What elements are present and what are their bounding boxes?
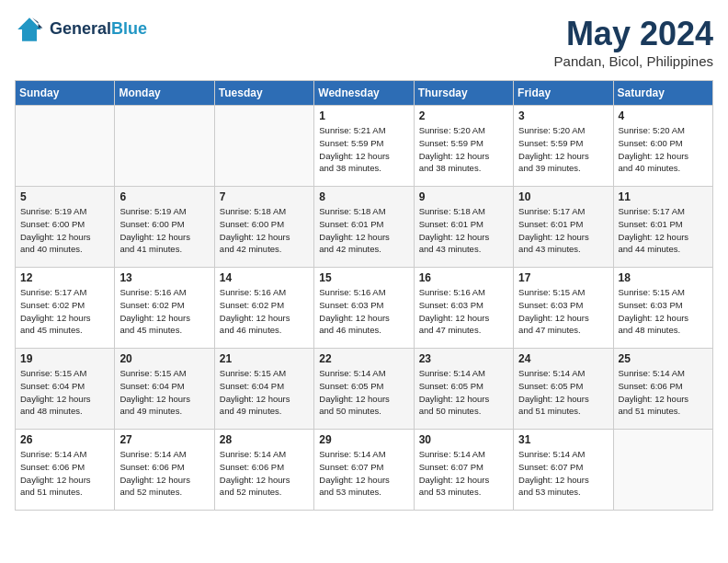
day-info: Sunrise: 5:19 AM Sunset: 6:00 PM Dayligh… (20, 205, 109, 256)
day-info: Sunrise: 5:19 AM Sunset: 6:00 PM Dayligh… (119, 205, 209, 256)
day-info: Sunrise: 5:18 AM Sunset: 6:01 PM Dayligh… (419, 205, 508, 256)
calendar-cell: 14Sunrise: 5:16 AM Sunset: 6:02 PM Dayli… (214, 268, 313, 349)
calendar-cell: 2Sunrise: 5:20 AM Sunset: 5:59 PM Daylig… (414, 106, 513, 187)
day-number: 23 (419, 352, 508, 365)
day-info: Sunrise: 5:14 AM Sunset: 6:05 PM Dayligh… (518, 367, 608, 418)
calendar-cell: 4Sunrise: 5:20 AM Sunset: 6:00 PM Daylig… (613, 106, 712, 187)
day-number: 31 (518, 433, 608, 446)
day-info: Sunrise: 5:14 AM Sunset: 6:07 PM Dayligh… (319, 448, 408, 499)
weekday-header-wednesday: Wednesday (314, 81, 414, 106)
day-number: 25 (619, 352, 708, 365)
weekday-header-friday: Friday (514, 81, 613, 106)
calendar-cell: 26Sunrise: 5:14 AM Sunset: 6:06 PM Dayli… (16, 430, 115, 511)
calendar-cell: 18Sunrise: 5:15 AM Sunset: 6:03 PM Dayli… (613, 268, 712, 349)
day-number: 1 (319, 109, 408, 122)
calendar-cell: 7Sunrise: 5:18 AM Sunset: 6:00 PM Daylig… (214, 187, 313, 268)
week-row-1: 1Sunrise: 5:21 AM Sunset: 5:59 PM Daylig… (16, 106, 713, 187)
day-info: Sunrise: 5:14 AM Sunset: 6:06 PM Dayligh… (119, 448, 209, 499)
day-info: Sunrise: 5:14 AM Sunset: 6:06 PM Dayligh… (220, 448, 309, 499)
calendar-cell: 17Sunrise: 5:15 AM Sunset: 6:03 PM Dayli… (514, 268, 613, 349)
day-info: Sunrise: 5:20 AM Sunset: 6:00 PM Dayligh… (619, 124, 708, 175)
day-number: 8 (319, 190, 408, 203)
calendar-cell: 5Sunrise: 5:19 AM Sunset: 6:00 PM Daylig… (16, 187, 115, 268)
weekday-header-row: SundayMondayTuesdayWednesdayThursdayFrid… (16, 81, 713, 106)
calendar-cell: 13Sunrise: 5:16 AM Sunset: 6:02 PM Dayli… (115, 268, 214, 349)
calendar-cell (16, 106, 115, 187)
day-number: 15 (319, 271, 408, 284)
page-header: GeneralBlue May 2024 Pandan, Bicol, Phil… (15, 15, 713, 69)
week-row-2: 5Sunrise: 5:19 AM Sunset: 6:00 PM Daylig… (16, 187, 713, 268)
day-info: Sunrise: 5:16 AM Sunset: 6:02 PM Dayligh… (119, 286, 209, 337)
calendar-cell: 12Sunrise: 5:17 AM Sunset: 6:02 PM Dayli… (16, 268, 115, 349)
day-info: Sunrise: 5:21 AM Sunset: 5:59 PM Dayligh… (319, 124, 408, 175)
day-number: 30 (419, 433, 508, 446)
calendar-cell: 20Sunrise: 5:15 AM Sunset: 6:04 PM Dayli… (115, 349, 214, 430)
day-info: Sunrise: 5:15 AM Sunset: 6:04 PM Dayligh… (20, 367, 109, 418)
day-number: 6 (119, 190, 209, 203)
weekday-header-thursday: Thursday (414, 81, 513, 106)
calendar-cell: 28Sunrise: 5:14 AM Sunset: 6:06 PM Dayli… (214, 430, 313, 511)
day-info: Sunrise: 5:14 AM Sunset: 6:07 PM Dayligh… (518, 448, 608, 499)
day-number: 9 (419, 190, 508, 203)
logo-icon (15, 15, 44, 44)
calendar-table: SundayMondayTuesdayWednesdayThursdayFrid… (15, 80, 713, 511)
day-info: Sunrise: 5:17 AM Sunset: 6:02 PM Dayligh… (20, 286, 109, 337)
calendar-cell: 21Sunrise: 5:15 AM Sunset: 6:04 PM Dayli… (214, 349, 313, 430)
day-number: 13 (119, 271, 209, 284)
day-info: Sunrise: 5:20 AM Sunset: 5:59 PM Dayligh… (419, 124, 508, 175)
week-row-3: 12Sunrise: 5:17 AM Sunset: 6:02 PM Dayli… (16, 268, 713, 349)
calendar-cell: 31Sunrise: 5:14 AM Sunset: 6:07 PM Dayli… (514, 430, 613, 511)
calendar-cell (613, 430, 712, 511)
day-number: 20 (119, 352, 209, 365)
calendar-cell: 24Sunrise: 5:14 AM Sunset: 6:05 PM Dayli… (514, 349, 613, 430)
calendar-cell: 22Sunrise: 5:14 AM Sunset: 6:05 PM Dayli… (314, 349, 414, 430)
day-number: 27 (119, 433, 209, 446)
day-number: 21 (220, 352, 309, 365)
title-block: May 2024 Pandan, Bicol, Philippines (554, 15, 713, 69)
day-number: 11 (619, 190, 708, 203)
day-info: Sunrise: 5:14 AM Sunset: 6:06 PM Dayligh… (619, 367, 708, 418)
day-info: Sunrise: 5:16 AM Sunset: 6:03 PM Dayligh… (419, 286, 508, 337)
calendar-cell: 16Sunrise: 5:16 AM Sunset: 6:03 PM Dayli… (414, 268, 513, 349)
weekday-header-monday: Monday (115, 81, 214, 106)
day-number: 5 (20, 190, 109, 203)
day-number: 16 (419, 271, 508, 284)
calendar-cell: 29Sunrise: 5:14 AM Sunset: 6:07 PM Dayli… (314, 430, 414, 511)
day-info: Sunrise: 5:15 AM Sunset: 6:04 PM Dayligh… (220, 367, 309, 418)
calendar-cell: 25Sunrise: 5:14 AM Sunset: 6:06 PM Dayli… (613, 349, 712, 430)
day-number: 10 (518, 190, 608, 203)
month-title: May 2024 (554, 15, 713, 53)
day-number: 24 (518, 352, 608, 365)
day-info: Sunrise: 5:16 AM Sunset: 6:03 PM Dayligh… (319, 286, 408, 337)
day-number: 19 (20, 352, 109, 365)
week-row-5: 26Sunrise: 5:14 AM Sunset: 6:06 PM Dayli… (16, 430, 713, 511)
day-number: 22 (319, 352, 408, 365)
day-info: Sunrise: 5:14 AM Sunset: 6:07 PM Dayligh… (419, 448, 508, 499)
day-number: 18 (619, 271, 708, 284)
calendar-cell: 11Sunrise: 5:17 AM Sunset: 6:01 PM Dayli… (613, 187, 712, 268)
calendar-cell: 23Sunrise: 5:14 AM Sunset: 6:05 PM Dayli… (414, 349, 513, 430)
day-info: Sunrise: 5:15 AM Sunset: 6:04 PM Dayligh… (119, 367, 209, 418)
day-info: Sunrise: 5:14 AM Sunset: 6:05 PM Dayligh… (319, 367, 408, 418)
day-number: 17 (518, 271, 608, 284)
day-info: Sunrise: 5:17 AM Sunset: 6:01 PM Dayligh… (619, 205, 708, 256)
calendar-cell: 19Sunrise: 5:15 AM Sunset: 6:04 PM Dayli… (16, 349, 115, 430)
logo-text: GeneralBlue (50, 20, 147, 39)
weekday-header-saturday: Saturday (613, 81, 712, 106)
day-info: Sunrise: 5:14 AM Sunset: 6:06 PM Dayligh… (20, 448, 109, 499)
calendar-cell (214, 106, 313, 187)
calendar-cell: 10Sunrise: 5:17 AM Sunset: 6:01 PM Dayli… (514, 187, 613, 268)
day-info: Sunrise: 5:15 AM Sunset: 6:03 PM Dayligh… (619, 286, 708, 337)
day-info: Sunrise: 5:14 AM Sunset: 6:05 PM Dayligh… (419, 367, 508, 418)
day-number: 29 (319, 433, 408, 446)
calendar-cell: 27Sunrise: 5:14 AM Sunset: 6:06 PM Dayli… (115, 430, 214, 511)
day-number: 14 (220, 271, 309, 284)
calendar-cell: 8Sunrise: 5:18 AM Sunset: 6:01 PM Daylig… (314, 187, 414, 268)
week-row-4: 19Sunrise: 5:15 AM Sunset: 6:04 PM Dayli… (16, 349, 713, 430)
day-info: Sunrise: 5:16 AM Sunset: 6:02 PM Dayligh… (220, 286, 309, 337)
calendar-cell (115, 106, 214, 187)
day-number: 3 (518, 109, 608, 122)
logo: GeneralBlue (15, 15, 147, 44)
day-info: Sunrise: 5:18 AM Sunset: 6:00 PM Dayligh… (220, 205, 309, 256)
day-info: Sunrise: 5:15 AM Sunset: 6:03 PM Dayligh… (518, 286, 608, 337)
